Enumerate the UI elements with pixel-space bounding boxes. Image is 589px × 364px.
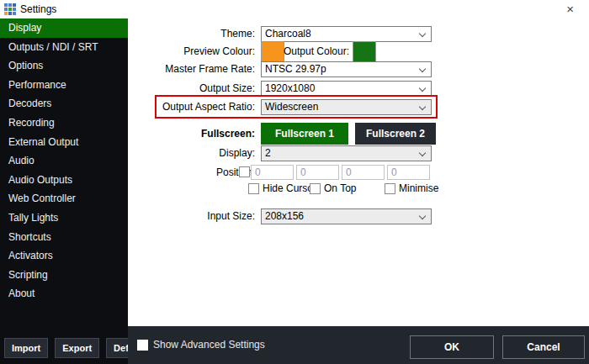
on-top-label: On Top [324, 182, 356, 194]
chevron-down-icon [419, 103, 426, 110]
master-frame-rate-label: Master Frame Rate: [128, 61, 255, 77]
sidebar-item-audio-outputs[interactable]: Audio Outputs [0, 171, 128, 190]
window-title: Settings [20, 3, 56, 15]
output-size-value: 1920x1080 [265, 82, 315, 94]
chevron-down-icon [419, 150, 426, 156]
sidebar-item-outputs-ndi-srt[interactable]: Outputs / NDI / SRT [0, 38, 128, 57]
preview-colour-label: Preview Colour: [128, 44, 255, 60]
output-size-dropdown[interactable]: 1920x1080 [261, 81, 432, 97]
sidebar-item-web-controller[interactable]: Web Controller [0, 189, 128, 208]
sidebar-item-scripting[interactable]: Scripting [0, 266, 128, 285]
position-y-input[interactable] [296, 165, 339, 180]
chevron-down-icon [419, 30, 426, 37]
output-colour-swatch[interactable] [353, 41, 376, 62]
sidebar-item-activators[interactable]: Activators [0, 246, 128, 266]
input-size-label: Input Size: [128, 208, 255, 224]
minimise-label: Minimise [399, 182, 438, 194]
theme-label: Theme: [128, 26, 255, 42]
position-label: Position: [128, 165, 255, 181]
master-frame-rate-value: NTSC 29.97p [265, 63, 326, 75]
sidebar-item-tally-lights[interactable]: Tally Lights [0, 208, 128, 228]
hide-cursor-checkbox[interactable] [248, 183, 259, 194]
title-bar: Settings × [0, 0, 589, 18]
sidebar-item-about[interactable]: About [0, 284, 128, 303]
fullscreen-2-button[interactable]: Fullscreen 2 [355, 123, 436, 145]
input-size-dropdown[interactable]: 208x156 [261, 208, 432, 224]
sidebar-item-shortcuts[interactable]: Shortcuts [0, 228, 128, 247]
fullscreen-1-button[interactable]: Fullscreen 1 [261, 123, 348, 145]
position-height-input[interactable] [387, 165, 430, 180]
show-advanced-settings-label: Show Advanced Settings [153, 339, 265, 351]
output-aspect-ratio-label: Output Aspect Ratio: [128, 99, 255, 115]
sidebar-item-recording[interactable]: Recording [0, 113, 128, 133]
footer-bar: Show Advanced Settings OK Cancel [128, 326, 589, 364]
sidebar-item-external-output[interactable]: External Output [0, 133, 128, 152]
position-x-input[interactable] [251, 165, 294, 180]
theme-value: Charcoal8 [265, 28, 311, 40]
display-label: Display: [128, 145, 255, 161]
sidebar-item-decoders[interactable]: Decoders [0, 94, 128, 113]
position-width-input[interactable] [342, 165, 385, 180]
display-value: 2 [265, 147, 271, 159]
on-top-checkbox[interactable] [310, 183, 321, 194]
chevron-down-icon [419, 66, 426, 72]
minimise-checkbox[interactable] [385, 183, 395, 194]
on-top-option: On Top [310, 182, 356, 194]
output-aspect-ratio-value: Widescreen [265, 101, 318, 113]
chevron-down-icon [419, 85, 426, 92]
sidebar-item-options[interactable]: Options [0, 56, 128, 76]
ok-button[interactable]: OK [410, 335, 494, 359]
output-aspect-ratio-dropdown[interactable]: Widescreen [261, 99, 432, 115]
chevron-down-icon [419, 213, 426, 219]
output-colour-label: Output Colour: [263, 44, 349, 60]
vmix-grid-icon [4, 3, 16, 15]
sidebar-item-performance[interactable]: Performance [0, 76, 128, 95]
import-button[interactable]: Import [4, 338, 48, 358]
advanced-settings-option: Show Advanced Settings [137, 339, 265, 351]
display-settings-panel: Theme: Charcoal8 Preview Colour: Output … [128, 18, 589, 326]
position-checkbox[interactable] [239, 166, 250, 177]
sidebar-item-audio[interactable]: Audio [0, 151, 128, 171]
fullscreen-label: Fullscreen: [128, 126, 255, 142]
hide-cursor-label: Hide Cursor [263, 182, 316, 194]
close-icon[interactable]: × [566, 3, 574, 16]
show-advanced-settings-checkbox[interactable] [137, 340, 148, 351]
export-button[interactable]: Export [55, 338, 99, 358]
sidebar: Display Outputs / NDI / SRT Options Perf… [0, 18, 128, 364]
display-dropdown[interactable]: 2 [261, 145, 432, 161]
theme-dropdown[interactable]: Charcoal8 [261, 26, 432, 42]
minimise-option: Minimise [385, 182, 438, 194]
hide-cursor-option: Hide Cursor [248, 182, 316, 194]
settings-window: Settings × Display Outputs / NDI / SRT O… [0, 0, 589, 364]
sidebar-item-display[interactable]: Display [0, 18, 128, 38]
cancel-button[interactable]: Cancel [502, 335, 585, 359]
input-size-value: 208x156 [265, 210, 304, 222]
output-size-label: Output Size: [128, 81, 255, 97]
master-frame-rate-dropdown[interactable]: NTSC 29.97p [261, 61, 432, 77]
